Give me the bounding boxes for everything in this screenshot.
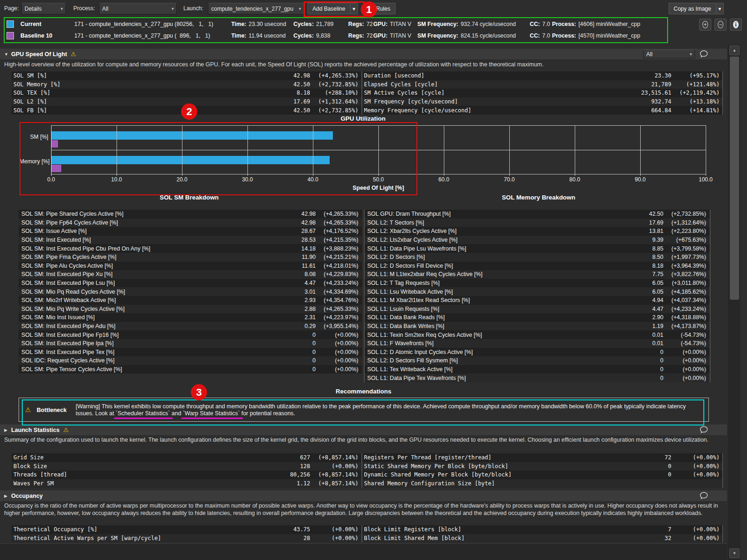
metric-row[interactable]: SOL L1: M Xbar2l1tex Read Sectors [%]4.9…: [364, 296, 710, 305]
metric-row[interactable]: Theoretical Occupancy [%]43.75(+0.00%): [12, 525, 361, 534]
metric-row[interactable]: SOL SM: Pipe Fma Cycles Active [%]11.90(…: [19, 253, 362, 262]
metric-row[interactable]: SOL SM: Inst Executed Pipe Fp16 [%]0(+0.…: [19, 330, 362, 339]
section-header-launch-statistics[interactable]: ▶ Launch Statistics ⚠: [0, 425, 727, 435]
metric-row[interactable]: SOL SM: Inst Executed Pipe Cbu Pred On A…: [19, 244, 362, 253]
metric-row[interactable]: SOL L1: Data Bank Writes [%]1.19(+4,173.…: [364, 322, 710, 331]
metric-label: SOL L1: M Xbar2l1tex Read Sectors [%]: [367, 297, 637, 303]
metric-row[interactable]: SOL SM: Pipe Tensor Cycles Active [%]0(+…: [19, 365, 362, 374]
metric-row[interactable]: SOL TEX [%]8.18(+288.10%): [12, 89, 361, 97]
metric-row[interactable]: SOL L2: D Sectors [%]8.50(+1,997.73%): [364, 253, 710, 262]
section-header-occupancy[interactable]: ▶ Occupancy: [0, 490, 727, 501]
metric-row[interactable]: SM Frequency [cycle/usecond]932.74(+13.1…: [362, 97, 722, 106]
metric-row[interactable]: SOL SM: Mio Inst Issued [%]2.31(+4,223.9…: [19, 313, 362, 322]
metric-row[interactable]: SOL SM: Pipe Fp64 Cycles Active [%]42.98…: [19, 219, 362, 227]
metric-row[interactable]: Waves Per SM1.12(+8,857.14%): [12, 479, 361, 488]
metric-row[interactable]: Grid Size627(+8,857.14%): [12, 453, 361, 462]
metric-row[interactable]: Elapsed Cycles [cycle]21,789(+121.48%): [362, 80, 722, 89]
metric-row[interactable]: Dynamic Shared Memory Per Block [byte/bl…: [362, 470, 722, 479]
metric-row[interactable]: SOL L1: Lsu Writeback Active [%]6.05(+4,…: [364, 287, 710, 296]
baseline-row-current[interactable]: Current 171 - compute_tendencies_x_277_g…: [5, 18, 667, 30]
metric-row[interactable]: SOL L2 [%]17.69(+1,312.64%): [12, 97, 361, 106]
metric-row[interactable]: SOL SM: Inst Executed Pipe Lsu [%]4.47(+…: [19, 279, 362, 288]
rules-button[interactable]: Rules: [371, 3, 396, 14]
metric-row[interactable]: SOL SM: Issue Active [%]28.67(+4,176.52%…: [19, 227, 362, 236]
add-baseline-dropdown[interactable]: ▾: [350, 3, 358, 14]
scrollbar-thumb[interactable]: [730, 57, 739, 300]
metric-row[interactable]: Theoretical Active Warps per SM [warp/cy…: [12, 534, 361, 543]
process-select[interactable]: All ▾: [99, 3, 177, 14]
metric-row[interactable]: SOL SM: Inst Executed Pipe Xu [%]8.08(+4…: [19, 270, 362, 279]
zoom-out-button[interactable]: −: [715, 19, 727, 31]
bar-baseline-sm[interactable]: [52, 140, 58, 148]
metric-value: 0: [289, 340, 316, 347]
recommendations-title: Recommendations: [0, 388, 727, 395]
sol-filter-select[interactable]: All ▾: [643, 50, 695, 58]
metric-row[interactable]: SOL L1: Texin Sm2tex Req Cycles Active […: [364, 330, 710, 339]
add-baseline-button[interactable]: Add Baseline: [307, 3, 351, 14]
metric-row[interactable]: Threads [thread]80,256(+8,857.14%): [12, 470, 361, 479]
vertical-scrollbar[interactable]: ▲ ▼: [728, 45, 741, 560]
metric-row[interactable]: Static Shared Memory Per Block [byte/blo…: [362, 462, 722, 471]
comment-bubble-icon[interactable]: [699, 49, 709, 58]
metric-row[interactable]: SOL SM: Mio Pq Read Cycles Active [%]3.0…: [19, 287, 362, 296]
metric-row[interactable]: SOL GPU: Dram Throughput [%]42.50(+2,732…: [364, 210, 710, 219]
zoom-in-button[interactable]: +: [699, 19, 711, 31]
section-header-gpu-sol[interactable]: ▼ GPU Speed Of Light ⚠: [0, 49, 727, 59]
metric-row[interactable]: Registers Per Thread [register/thread]72…: [362, 453, 722, 462]
metric-row[interactable]: SOL L1: Tex Writeback Active [%]0(+0.00%…: [364, 365, 710, 374]
metric-row[interactable]: SM Active Cycles [cycle]23,515.61(+2,119…: [362, 89, 722, 97]
metric-row[interactable]: SOL SM: Pipe Shared Cycles Active [%]42.…: [19, 210, 362, 219]
metric-delta: (+2,119.42%): [671, 90, 720, 96]
metric-row[interactable]: Duration [usecond]23.30(+95.17%): [362, 71, 722, 80]
metric-row[interactable]: SOL SM [%]42.98(+4,265.33%): [12, 71, 361, 80]
metric-row[interactable]: SOL SM: Inst Executed Pipe Ipa [%]0(+0.0…: [19, 339, 362, 348]
warp-state-statistics-link[interactable]: `Warp State Statistics`: [183, 410, 240, 417]
metric-label: SOL L2: T Sectors [%]: [367, 219, 637, 226]
bar-baseline-memory[interactable]: [52, 165, 61, 172]
metric-row[interactable]: SOL SM: Mio Pq Write Cycles Active [%]2.…: [19, 305, 362, 314]
metric-row[interactable]: SOL L1: Data Pipe Lsu Wavefronts [%]8.85…: [364, 244, 710, 253]
copy-as-image-button[interactable]: Copy as Image: [669, 3, 716, 14]
baseline-row-baseline10[interactable]: Baseline 10 171 - compute_tendencies_x_2…: [5, 30, 667, 41]
comment-bubble-icon[interactable]: [699, 425, 709, 434]
metric-delta: (+3,799.58%): [663, 245, 706, 252]
copy-as-image-dropdown[interactable]: ▾: [716, 3, 724, 14]
metric-row[interactable]: SOL FB [%]42.50(+2,732.85%): [12, 106, 361, 115]
launch-select[interactable]: compute_tendencies_x_277_gpu ▾: [208, 3, 304, 14]
metric-row[interactable]: SOL L2: D Atomic Input Cycles Active [%]…: [364, 348, 710, 357]
metric-row[interactable]: SOL SM: Inst Executed Pipe Tex [%]0(+0.0…: [19, 348, 362, 357]
stat-pair: GPU:TITAN V: [373, 21, 417, 27]
bar-current-memory[interactable]: [52, 156, 330, 164]
metric-value: 14.18: [289, 245, 316, 252]
metric-row[interactable]: Shared Memory Configuration Size [byte]: [362, 479, 722, 488]
metric-row[interactable]: SOL SM: Pipe Alu Cycles Active [%]11.61(…: [19, 262, 362, 270]
metric-row[interactable]: SOL L1: M L1tex2xbar Req Cycles Active […: [364, 270, 710, 279]
metric-row[interactable]: SOL L1: Data Pipe Tex Wavefronts [%]0(+0…: [364, 373, 710, 382]
metric-row[interactable]: SOL Memory [%]42.50(+2,732.85%): [12, 80, 361, 89]
metric-row[interactable]: SOL L1: F Wavefronts [%]0.01(-54.73%): [364, 339, 710, 348]
metric-row[interactable]: Block Limit Registers [block]7(+0.00%): [362, 525, 722, 534]
scroll-down-button[interactable]: ▼: [729, 548, 740, 558]
bar-current-sm[interactable]: [52, 131, 333, 140]
page-select[interactable]: Details ▾: [21, 3, 66, 14]
metric-row[interactable]: SOL L2: D Sectors Fill Sysmem [%]0(+0.00…: [364, 356, 710, 365]
metric-row[interactable]: SOL L2: T Tag Requests [%]6.05(+3,011.80…: [364, 279, 710, 288]
metric-row[interactable]: SOL L1: Lsuin Requests [%]4.47(+4,233.24…: [364, 305, 710, 314]
comment-bubble-icon[interactable]: [699, 491, 709, 500]
info-button[interactable]: i: [730, 19, 742, 31]
metric-row[interactable]: SOL L2: T Sectors [%]17.69(+1,312.64%): [364, 219, 710, 227]
metric-row[interactable]: SOL L2: D Sectors Fill Device [%]8.18(+3…: [364, 262, 710, 270]
metric-row[interactable]: SOL L1: Data Bank Reads [%]2.90(+4,318.8…: [364, 313, 710, 322]
metric-row[interactable]: Memory Frequency [cycle/usecond]664.84(+…: [362, 106, 722, 115]
metric-row[interactable]: SOL SM: Mio2rf Writeback Active [%]2.93(…: [19, 296, 362, 305]
metric-row[interactable]: Block Size128(+0.00%): [12, 462, 361, 471]
metric-row[interactable]: SOL L2: Lts2xbar Cycles Active [%]9.39(+…: [364, 236, 710, 245]
metric-row[interactable]: SOL SM: Inst Executed Pipe Adu [%]0.29(+…: [19, 322, 362, 331]
metric-label: SOL SM: Inst Executed Pipe Adu [%]: [21, 323, 289, 329]
metric-row[interactable]: SOL L2: Xbar2lts Cycles Active [%]13.81(…: [364, 227, 710, 236]
metric-row[interactable]: SOL IDC: Request Cycles Active [%]0(+0.0…: [19, 356, 362, 365]
metric-row[interactable]: Block Limit Shared Mem [block]32(+0.00%): [362, 534, 722, 543]
scroll-up-button[interactable]: ▲: [729, 45, 740, 55]
metric-row[interactable]: SOL SM: Inst Executed [%]28.53(+4,215.35…: [19, 236, 362, 245]
scheduler-statistics-link[interactable]: `Scheduler Statistics`: [116, 410, 170, 417]
